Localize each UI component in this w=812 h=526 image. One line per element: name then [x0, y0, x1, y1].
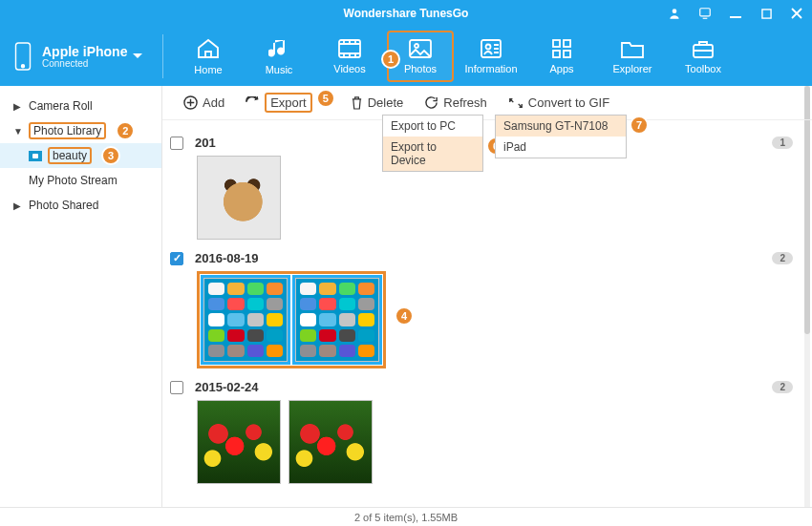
- toolbar: Add Export 5 Delete Refresh Convert to G…: [162, 86, 812, 120]
- device-submenu: Samsung GT-N7108 7 iPad: [495, 115, 627, 158]
- sidebar-item-beauty[interactable]: beauty 3: [0, 143, 161, 168]
- maximize-button[interactable]: [757, 4, 776, 23]
- svg-point-10: [486, 45, 491, 50]
- feedback-icon[interactable]: [695, 4, 715, 23]
- add-button[interactable]: Add: [183, 95, 224, 110]
- convert-gif-button[interactable]: Convert to GIF: [508, 95, 609, 110]
- image-icon: [29, 151, 42, 161]
- annotation-2: 2: [116, 121, 135, 140]
- photo-thumbnail[interactable]: [197, 400, 281, 484]
- sidebar-item-label: Camera Roll: [29, 99, 93, 113]
- sidebar-item-label: Photo Library: [29, 122, 106, 139]
- menu-export-device[interactable]: Export to Device 6: [383, 137, 482, 171]
- checkbox[interactable]: [170, 252, 183, 265]
- svg-rect-12: [564, 40, 570, 47]
- device-name: Apple iPhone: [42, 45, 127, 58]
- selection-highlight: 4: [197, 271, 386, 368]
- refresh-button[interactable]: Refresh: [424, 95, 487, 110]
- tab-information[interactable]: Information: [458, 31, 524, 82]
- tab-music[interactable]: Music: [246, 31, 312, 82]
- tab-toolbox[interactable]: Toolbox: [670, 31, 737, 82]
- svg-rect-14: [564, 51, 570, 57]
- photo-thumbnail[interactable]: [288, 400, 373, 484]
- export-button[interactable]: Export 5: [246, 93, 312, 113]
- export-menu: Export to PC Export to Device 6: [382, 115, 483, 172]
- svg-rect-2: [730, 16, 741, 18]
- window-buttons: [665, 0, 806, 27]
- svg-rect-3: [761, 9, 770, 17]
- scroll-thumb[interactable]: [804, 86, 810, 334]
- tri-down-icon: ▼: [13, 126, 23, 137]
- title-bar: Wondershare TunesGo: [0, 0, 812, 27]
- tab-label: Home: [194, 64, 222, 75]
- main-area: Add Export 5 Delete Refresh Convert to G…: [162, 86, 812, 507]
- photo-thumbnail[interactable]: [295, 278, 379, 362]
- menu-label: Export to PC: [391, 119, 456, 133]
- menu-label: iPad: [503, 140, 526, 154]
- sidebar: ▶ Camera Roll ▼ Photo Library 2 beauty 3…: [0, 86, 162, 507]
- sidebar-item-camera-roll[interactable]: ▶ Camera Roll: [0, 94, 161, 118]
- tab-label: Toolbox: [685, 63, 721, 74]
- tab-label: Photos: [404, 63, 437, 74]
- checkbox[interactable]: [170, 381, 183, 394]
- svg-point-8: [415, 44, 418, 48]
- sidebar-item-label: beauty: [48, 147, 92, 164]
- sidebar-item-label: My Photo Stream: [29, 174, 118, 187]
- group-date: 2015-02-24: [195, 380, 259, 394]
- tool-label: Delete: [368, 95, 404, 110]
- svg-rect-1: [700, 9, 711, 16]
- group-date: 201: [195, 136, 216, 150]
- tab-home[interactable]: Home: [175, 31, 242, 82]
- thumbnail-row: 4: [197, 271, 793, 368]
- svg-rect-11: [553, 40, 560, 47]
- menu-device-samsung[interactable]: Samsung GT-N7108 7: [496, 116, 626, 137]
- thumbnail-row: [197, 156, 793, 240]
- body: ▶ Camera Roll ▼ Photo Library 2 beauty 3…: [0, 86, 812, 507]
- thumbnail-row: [197, 400, 793, 484]
- tab-label: Explorer: [613, 63, 652, 74]
- sidebar-item-photo-library[interactable]: ▼ Photo Library 2: [0, 118, 161, 143]
- status-bar: 2 of 5 item(s), 1.55MB: [0, 507, 812, 526]
- status-text: 2 of 5 item(s), 1.55MB: [354, 512, 458, 523]
- scrollbar[interactable]: [804, 86, 810, 507]
- sidebar-item-stream[interactable]: My Photo Stream: [0, 168, 161, 193]
- checkbox[interactable]: [170, 137, 183, 150]
- menu-export-pc[interactable]: Export to PC: [383, 116, 482, 137]
- tab-videos[interactable]: Videos: [316, 31, 383, 82]
- tab-explorer[interactable]: Explorer: [599, 31, 666, 82]
- device-selector[interactable]: Apple iPhone Connected: [0, 27, 162, 86]
- tool-label: Export: [265, 93, 312, 113]
- window-title: Wondershare TunesGo: [344, 7, 469, 20]
- group-header[interactable]: 2015-02-24 2: [170, 380, 793, 394]
- group-count: 2: [772, 381, 793, 393]
- sidebar-item-label: Photo Shared: [29, 199, 98, 212]
- delete-button[interactable]: Delete: [351, 95, 404, 110]
- header: Apple iPhone Connected Home Music Videos…: [0, 27, 812, 86]
- sidebar-item-shared[interactable]: ▶ Photo Shared: [0, 193, 161, 218]
- tab-apps[interactable]: Apps: [528, 31, 595, 82]
- device-text: Apple iPhone Connected: [42, 45, 127, 69]
- tri-right-icon: ▶: [13, 101, 23, 112]
- annotation-1: 1: [381, 50, 400, 69]
- photo-thumbnail[interactable]: [197, 156, 281, 240]
- tool-label: Convert to GIF: [528, 95, 609, 110]
- minimize-button[interactable]: [726, 4, 745, 23]
- tab-photos[interactable]: Photos 1: [387, 31, 454, 82]
- group-header[interactable]: 2016-08-19 2: [170, 251, 793, 265]
- group-count: 2: [772, 252, 793, 264]
- device-status: Connected: [42, 58, 127, 69]
- tab-label: Music: [266, 64, 293, 75]
- annotation-5: 5: [316, 89, 335, 108]
- menu-device-ipad[interactable]: iPad: [496, 137, 626, 158]
- user-icon[interactable]: [665, 4, 684, 23]
- annotation-7: 7: [630, 116, 649, 135]
- caret-down-icon: [132, 53, 143, 60]
- content: 201 1 2016-08-19 2 4: [162, 120, 812, 505]
- photo-thumbnail[interactable]: [203, 278, 288, 362]
- close-button[interactable]: [787, 4, 806, 23]
- tab-label: Videos: [333, 63, 365, 74]
- svg-point-5: [22, 65, 25, 68]
- tri-right-icon: ▶: [13, 200, 23, 211]
- phone-icon: [13, 42, 32, 71]
- group-count: 1: [772, 137, 793, 149]
